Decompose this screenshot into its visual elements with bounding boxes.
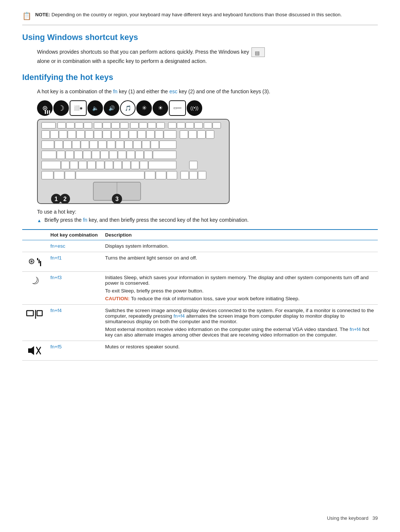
svg-rect-57 <box>92 151 100 159</box>
svg-rect-51 <box>160 141 176 149</box>
svg-rect-97 <box>37 258 38 260</box>
brightness-icon: ✳ <box>136 100 152 116</box>
svg-rect-43 <box>90 141 98 149</box>
table-row: fn+f4 Switches the screen image among di… <box>22 304 378 341</box>
svg-rect-10 <box>139 123 147 128</box>
svg-rect-11 <box>148 123 156 128</box>
svg-rect-30 <box>138 130 146 138</box>
svg-rect-0 <box>41 123 55 128</box>
svg-rect-25 <box>94 130 102 138</box>
svg-rect-41 <box>72 141 80 149</box>
svg-rect-15 <box>186 123 194 128</box>
col-header-combo: Hot key combination <box>47 230 101 240</box>
combo-fnesc: fn+esc <box>47 240 101 252</box>
svg-rect-1 <box>58 123 66 128</box>
svg-rect-66 <box>61 161 69 169</box>
intro-text3: key (2) and one of the function keys (3)… <box>179 88 270 94</box>
desc-fnf3-p1: Initiates Sleep, which saves your inform… <box>105 275 374 286</box>
combo-fnf4: fn+f4 <box>47 304 101 341</box>
svg-rect-5 <box>94 123 102 128</box>
combo-fnf1: fn+f1 <box>47 252 101 271</box>
desc-fnf3-p2: To exit Sleep, briefly press the power b… <box>105 288 374 294</box>
fn-ref-bullet: fn <box>83 217 87 223</box>
table-row: ⊛ fn+f1 Turns the ambient light sensor o… <box>22 252 378 271</box>
svg-rect-18 <box>213 123 221 128</box>
svg-rect-2 <box>66 123 74 128</box>
svg-text:3: 3 <box>115 196 119 202</box>
svg-rect-79 <box>54 171 64 179</box>
svg-rect-65 <box>41 161 60 169</box>
svg-rect-73 <box>123 161 131 169</box>
svg-rect-100 <box>27 311 33 316</box>
fn-ref-inline2: fn+f4 <box>350 327 361 332</box>
svg-rect-6 <box>103 123 111 128</box>
svg-rect-61 <box>127 151 135 159</box>
desc-fnf4-p2: Most external monitors receive video inf… <box>105 327 374 338</box>
svg-rect-19 <box>41 130 50 138</box>
table-row: fn+f5 Mutes or restores speaker sound. <box>22 341 378 360</box>
keyboard-image: 2 1 3 <box>37 119 378 205</box>
svg-rect-52 <box>41 151 56 159</box>
caution-label: CAUTION: <box>105 296 130 301</box>
svg-rect-102 <box>37 311 42 316</box>
svg-rect-3 <box>75 123 83 128</box>
svg-rect-83 <box>156 171 166 179</box>
svg-rect-80 <box>65 171 75 179</box>
svg-rect-47 <box>124 141 133 149</box>
wireless-icon: ((•)) <box>187 100 202 116</box>
svg-rect-34 <box>180 130 188 138</box>
brightness-up-icon: ☀ <box>153 100 168 116</box>
svg-rect-22 <box>68 130 76 138</box>
desc-fnesc: Displays system information. <box>101 240 378 252</box>
svg-rect-62 <box>136 151 144 159</box>
svg-rect-58 <box>101 151 109 159</box>
svg-rect-21 <box>59 130 67 138</box>
svg-rect-40 <box>63 141 71 149</box>
svg-rect-78 <box>41 171 53 179</box>
fn-ref1: fn <box>113 88 117 94</box>
bullet-icon: ▲ <box>37 218 41 223</box>
svg-rect-76 <box>149 161 176 169</box>
note-content: Depending on the country or region, your… <box>51 12 342 17</box>
svg-rect-82 <box>145 171 155 179</box>
mute-icon-cell <box>26 344 43 357</box>
combo-fnf3: fn+f3 <box>47 271 101 304</box>
svg-rect-24 <box>85 130 93 138</box>
bullet-text: Briefly press the fn key, and then brief… <box>44 217 249 223</box>
svg-rect-71 <box>105 161 113 169</box>
svg-rect-36 <box>197 130 206 138</box>
svg-rect-9 <box>130 123 139 128</box>
hotkey-icons-row: ⊛▌▌▌ ☽ ⬜◉ 🔈 🔊 🎵 ✳ ☀ ▭══ ((•)) <box>37 100 378 116</box>
svg-rect-68 <box>79 161 87 169</box>
caution-text: To reduce the risk of information loss, … <box>131 296 299 301</box>
svg-rect-17 <box>204 123 212 128</box>
svg-rect-69 <box>87 161 96 169</box>
svg-rect-45 <box>107 141 115 149</box>
table-row: ☽ fn+f3 Initiates Sleep, which saves you… <box>22 271 378 304</box>
note-box: 📋 NOTE: Depending on the country or regi… <box>22 11 378 25</box>
svg-rect-87 <box>198 171 206 179</box>
svg-rect-13 <box>168 123 176 128</box>
svg-rect-26 <box>103 130 111 138</box>
combo-fnf5: fn+f5 <box>47 341 101 360</box>
windows-key-icon <box>251 47 265 57</box>
media-icon: 🎵 <box>120 100 136 116</box>
vol-up-icon: 🔊 <box>104 100 119 116</box>
svg-rect-59 <box>109 151 117 159</box>
svg-rect-37 <box>206 130 214 138</box>
row-icon-fnf5 <box>22 341 47 360</box>
svg-rect-70 <box>96 161 104 169</box>
section1-text2: alone or in combination with a specific … <box>37 58 207 64</box>
ambient-sensor-icon: ⊛ <box>26 255 43 268</box>
note-icon: 📋 <box>22 11 31 20</box>
svg-rect-60 <box>118 151 126 159</box>
col-header-icon <box>22 230 47 240</box>
svg-rect-38 <box>41 141 54 149</box>
svg-text:⊛: ⊛ <box>28 257 35 266</box>
svg-rect-27 <box>111 130 120 138</box>
section1-text1: Windows provides shortcuts so that you c… <box>37 49 249 55</box>
svg-rect-64 <box>153 151 176 159</box>
svg-rect-28 <box>120 130 129 138</box>
svg-rect-98 <box>39 260 40 263</box>
sleep-icon: ☽ <box>53 100 69 116</box>
